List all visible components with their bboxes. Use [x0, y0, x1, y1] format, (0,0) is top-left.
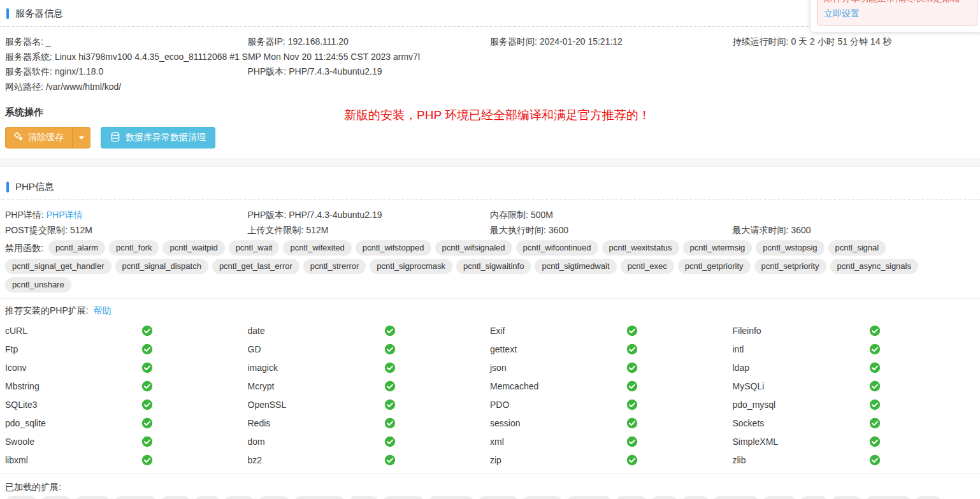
- check-circle-icon: [384, 399, 396, 410]
- field-label: 服务器时间:: [490, 36, 537, 47]
- loaded-extensions-list: CoredatelibxmlopensslpcrezlibfilterhashR…: [0, 495, 980, 499]
- recommended-extension-row: Iconv: [5, 358, 248, 377]
- extension-name: GD: [248, 344, 384, 354]
- loaded-extension-badge: hash: [258, 496, 290, 499]
- disabled-function-badge: pcntl_getpriority: [678, 259, 751, 274]
- disabled-function-badge: pcntl_wifstopped: [356, 240, 431, 256]
- field-value: 512M: [70, 225, 92, 235]
- recommended-extension-row: libxml: [5, 451, 248, 469]
- field-label: 内存限制:: [490, 210, 528, 220]
- section-php-info: PHP信息 PHP详情:PHP详情 PHP版本:PHP/7.4.3-4ubunt…: [0, 167, 980, 499]
- disabled-function-badge: pcntl_sigwaitinfo: [456, 259, 531, 274]
- loaded-extension-badge: bz2: [682, 496, 709, 499]
- recommended-extension-row: zlib: [733, 451, 976, 469]
- loaded-extension-badge: xml: [651, 496, 678, 499]
- check-circle-icon: [141, 436, 153, 447]
- section-accent-bar: [6, 8, 9, 19]
- field-value: 500M: [531, 210, 553, 220]
- loaded-extension-badge: mbstring: [865, 496, 911, 499]
- recommended-extension-row: OpenSSL: [248, 395, 491, 414]
- field-max-exec: 最大执行时间:3600: [490, 223, 733, 238]
- field-php-version: PHP版本:PHP/7.4.3-4ubuntu2.19: [248, 64, 491, 80]
- disabled-function-badge: pcntl_sigtimedwait: [535, 259, 616, 274]
- field-label: PHP详情:: [5, 210, 44, 220]
- help-link[interactable]: 帮助: [94, 305, 112, 315]
- disabled-functions-list: 禁用函数: pcntl_alarmpcntl_forkpcntl_waitpid…: [0, 239, 980, 294]
- disabled-function-badge: pcntl_fork: [109, 240, 159, 256]
- disabled-function-badge: pcntl_setpriority: [754, 259, 826, 274]
- recommended-extension-row: Swoole: [5, 432, 248, 451]
- recommended-extensions-heading: 推荐安装的PHP扩展: 帮助: [0, 303, 980, 319]
- field-label: 最大请求时间:: [733, 225, 789, 235]
- field-server-software: 服务器软件:nginx/1.18.0: [5, 64, 248, 80]
- field-php-version: PHP版本:PHP/7.4.3-4ubuntu2.19: [248, 208, 491, 223]
- recommended-label: 推荐安装的PHP扩展:: [5, 305, 89, 315]
- server-info-row-3: 服务器软件:nginx/1.18.0 PHP版本:PHP/7.4.3-4ubun…: [5, 64, 975, 80]
- divider: [0, 298, 980, 299]
- disabled-function-badge: pcntl_wtermsig: [683, 240, 753, 256]
- field-value: 0 天 2 小时 51 分钟 14 秒: [791, 36, 891, 47]
- field-value: PHP/7.4.3-4ubuntu2.19: [289, 210, 382, 220]
- clear-cache-dropdown-toggle[interactable]: [72, 127, 90, 148]
- field-value: 192.168.111.20: [288, 36, 349, 47]
- clear-cache-split-button: 清除缓存: [5, 127, 90, 148]
- loaded-extension-badge: Reflection: [294, 496, 345, 499]
- extension-name: Swoole: [5, 437, 141, 447]
- loaded-extension-badge: libxml: [75, 496, 110, 499]
- disabled-function-badge: pcntl_wifsignaled: [435, 240, 512, 256]
- server-info-grid: 服务器名:_ 服务器IP:192.168.111.20 服务器时间:2024-0…: [0, 27, 980, 96]
- divider: [0, 474, 980, 474]
- php-info-header: PHP信息: [0, 173, 980, 200]
- recommended-extension-row: date: [248, 321, 491, 340]
- check-circle-icon: [626, 362, 638, 373]
- disabled-function-badge: pcntl_wstopsig: [756, 240, 824, 256]
- check-circle-icon: [626, 399, 638, 410]
- loaded-extension-badge: sodium: [478, 496, 519, 499]
- field-value: /var/www/html/kod/: [46, 82, 121, 92]
- loaded-extension-badge: date: [41, 496, 71, 499]
- recommended-extension-row: Memcached: [490, 377, 733, 395]
- check-circle-icon: [869, 380, 881, 392]
- recommended-extension-row: bz2: [248, 451, 491, 469]
- extension-name: json: [490, 363, 626, 373]
- check-circle-icon: [626, 344, 638, 355]
- recommended-extension-row: SimpleXML: [733, 432, 976, 451]
- check-circle-icon: [869, 325, 881, 336]
- php-detail-link[interactable]: PHP详情: [47, 210, 83, 220]
- recommended-extension-row: cURL: [5, 321, 248, 340]
- extension-name: Mcrypt: [248, 381, 384, 391]
- server-info-row-2: 服务器系统:Linux hi3798mv100 4.4.35_ecoo_8111…: [5, 50, 975, 65]
- setup-now-link[interactable]: 立即设置: [824, 8, 860, 18]
- recommended-extension-row: zip: [490, 451, 733, 469]
- field-value: 3600: [791, 225, 811, 235]
- extension-name: SimpleXML: [733, 437, 869, 447]
- check-circle-icon: [384, 344, 396, 355]
- extension-name: Sockets: [733, 418, 869, 428]
- disabled-function-badge: pcntl_unshare: [5, 277, 71, 293]
- loaded-extension-badge: cgi-fcgi: [522, 496, 563, 499]
- clear-cache-label: 清除缓存: [28, 132, 64, 143]
- check-circle-icon: [626, 436, 638, 447]
- disabled-function-badge: pcntl_signal_dispatch: [115, 259, 208, 274]
- php-info-row-1: PHP详情:PHP详情 PHP版本:PHP/7.4.3-4ubuntu2.19 …: [5, 208, 975, 223]
- extension-name: session: [490, 418, 626, 428]
- disabled-function-badge: pcntl_get_last_error: [212, 259, 299, 274]
- field-value: 2024-01-20 15:21:12: [540, 36, 623, 47]
- db-clean-button[interactable]: 数据库异常数据清理: [101, 127, 215, 148]
- disabled-function-badge: pcntl_waitpid: [162, 240, 224, 256]
- check-circle-icon: [869, 399, 881, 410]
- field-value: _: [46, 36, 51, 47]
- field-label: PHP版本:: [248, 210, 287, 220]
- alert-message: 邮件分享功能正常,请尽快绑定邮箱: [824, 0, 960, 3]
- disabled-function-badge: pcntl_signal: [828, 240, 886, 256]
- extension-name: Iconv: [5, 363, 141, 373]
- clear-cache-button[interactable]: 清除缓存: [6, 127, 72, 148]
- email-warning-alert: 邮件分享功能正常,请尽快绑定邮箱 立即设置: [817, 0, 977, 25]
- recommended-extension-row: intl: [733, 340, 976, 358]
- notification-popup: 邮件分享功能正常,请尽快绑定邮箱 立即设置: [811, 0, 980, 32]
- loaded-extension-badge: filter: [224, 496, 254, 499]
- chevron-down-icon: [79, 136, 84, 140]
- system-ops-buttons: 清除缓存 数据库异常数据清理: [5, 127, 975, 148]
- extension-name: Exif: [490, 326, 626, 336]
- extension-name: PDO: [490, 400, 626, 410]
